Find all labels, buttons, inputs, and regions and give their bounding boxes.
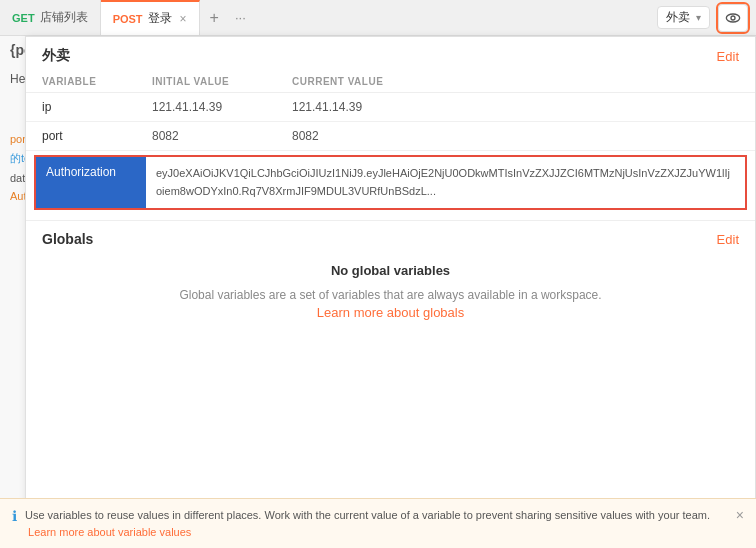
globals-empty: No global variables Global variables are… bbox=[42, 247, 739, 336]
column-headers: VARIABLE INITIAL VALUE CURRENT VALUE bbox=[26, 71, 755, 93]
globals-title: Globals bbox=[42, 231, 93, 247]
env-name: 外卖 bbox=[666, 9, 690, 26]
add-tab-button[interactable]: + bbox=[200, 9, 229, 27]
tab-get[interactable]: GET 店铺列表 bbox=[0, 0, 101, 35]
info-bar: ℹ Use variables to reuse values in diffe… bbox=[25, 498, 756, 548]
col-current: CURRENT VALUE bbox=[292, 76, 739, 87]
auth-highlighted-row: Authorization eyJ0eXAiOiJKV1QiLCJhbGciOi… bbox=[34, 155, 747, 210]
globals-section: Globals Edit No global variables Global … bbox=[26, 220, 755, 342]
tab-post-label: 登录 bbox=[148, 10, 172, 27]
tab-bar: GET 店铺列表 POST 登录 × + ··· 外卖 ▾ bbox=[0, 0, 756, 36]
info-text: Use variables to reuse values in differe… bbox=[25, 507, 720, 540]
globals-learn-link[interactable]: Learn more about globals bbox=[317, 305, 464, 320]
close-info-button[interactable]: × bbox=[736, 507, 744, 523]
environment-popup: 外卖 Edit VARIABLE INITIAL VALUE CURRENT V… bbox=[25, 36, 756, 548]
globals-empty-title: No global variables bbox=[58, 263, 723, 278]
row-port-key: port bbox=[42, 129, 152, 143]
tab-post[interactable]: POST 登录 × bbox=[101, 0, 200, 35]
table-row: port 8082 8082 bbox=[26, 122, 755, 151]
table-row: ip 121.41.14.39 121.41.14.39 bbox=[26, 93, 755, 122]
popup-overlay: 外卖 Edit VARIABLE INITIAL VALUE CURRENT V… bbox=[0, 36, 756, 548]
row-ip-initial: 121.41.14.39 bbox=[152, 100, 292, 114]
tab-get-label: 店铺列表 bbox=[40, 9, 88, 26]
row-ip-current: 121.41.14.39 bbox=[292, 100, 739, 114]
post-method-badge: POST bbox=[113, 13, 143, 25]
chevron-down-icon: ▾ bbox=[696, 12, 701, 23]
svg-point-0 bbox=[726, 14, 739, 22]
svg-point-1 bbox=[731, 16, 735, 20]
eye-button[interactable] bbox=[718, 4, 748, 32]
row-ip-key: ip bbox=[42, 100, 152, 114]
info-text-content: Use variables to reuse values in differe… bbox=[25, 509, 710, 521]
row-port-current: 8082 bbox=[292, 129, 739, 143]
row-port-initial: 8082 bbox=[152, 129, 292, 143]
auth-row-container: Authorization eyJ0eXAiOiJKV1QiLCJhbGciOi… bbox=[26, 151, 755, 220]
popup-header: 外卖 Edit bbox=[26, 37, 755, 71]
globals-empty-desc: Global variables are a set of variables … bbox=[58, 286, 723, 305]
eye-icon bbox=[725, 10, 741, 26]
edit-link[interactable]: Edit bbox=[717, 49, 739, 64]
get-method-badge: GET bbox=[12, 12, 35, 24]
auth-value: eyJ0eXAiOiJKV1QiLCJhbGciOiJIUzI1NiJ9.eyJ… bbox=[146, 157, 745, 208]
popup-title: 外卖 bbox=[42, 47, 70, 65]
close-icon[interactable]: × bbox=[180, 12, 187, 26]
col-variable: VARIABLE bbox=[42, 76, 152, 87]
globals-header: Globals Edit bbox=[42, 231, 739, 247]
auth-key: Authorization bbox=[36, 157, 146, 208]
more-tabs-button[interactable]: ··· bbox=[229, 10, 252, 25]
info-learn-link[interactable]: Learn more about variable values bbox=[28, 526, 191, 538]
col-initial: INITIAL VALUE bbox=[152, 76, 292, 87]
globals-edit-link[interactable]: Edit bbox=[717, 232, 739, 247]
environment-selector[interactable]: 外卖 ▾ bbox=[657, 6, 710, 29]
